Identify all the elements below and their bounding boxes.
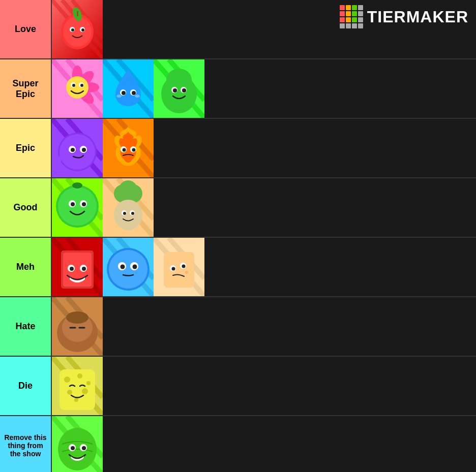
tier-label-die: Die xyxy=(0,357,51,415)
svg-point-22 xyxy=(72,84,75,87)
svg-point-31 xyxy=(116,95,122,98)
tier-item-se-1[interactable] xyxy=(52,59,103,118)
tier-row-meh: Meh xyxy=(0,238,476,297)
character-se-2 xyxy=(103,59,154,118)
tier-item-d-1[interactable] xyxy=(52,357,103,415)
tier-items-meh xyxy=(51,238,476,296)
svg-point-120 xyxy=(77,373,82,379)
svg-point-93 xyxy=(109,250,147,289)
svg-point-88 xyxy=(82,267,86,271)
svg-point-10 xyxy=(71,28,74,32)
logo-grid xyxy=(340,5,363,28)
tier-row-hate: Hate xyxy=(0,297,476,357)
svg-point-29 xyxy=(122,91,126,95)
svg-point-19 xyxy=(66,76,88,99)
svg-point-30 xyxy=(132,91,136,95)
svg-point-78 xyxy=(123,212,126,215)
tier-label-love: Love xyxy=(0,0,51,58)
tier-item-m-2[interactable] xyxy=(103,238,154,296)
character-e-1 xyxy=(52,119,103,177)
svg-point-11 xyxy=(81,28,84,32)
tier-item-g-1[interactable] xyxy=(52,178,103,237)
tier-items-hate xyxy=(51,297,476,356)
tier-item-e-1[interactable] xyxy=(52,119,103,177)
character-h-1 xyxy=(52,297,103,356)
svg-point-58 xyxy=(132,148,136,152)
svg-point-49 xyxy=(71,148,75,152)
svg-point-104 xyxy=(172,267,175,271)
tier-item-h-1[interactable] xyxy=(52,297,103,356)
tier-item-se-2[interactable] xyxy=(103,59,154,118)
svg-point-37 xyxy=(166,69,192,91)
tier-items-remove xyxy=(51,416,476,472)
character-m-2 xyxy=(103,238,154,296)
tier-label-super-epic: Super Epic xyxy=(0,59,51,118)
svg-point-75 xyxy=(114,200,142,230)
character-se-1 xyxy=(52,59,103,118)
svg-point-46 xyxy=(60,134,95,170)
character-g-1 xyxy=(52,178,103,237)
tier-row-die: Die xyxy=(0,357,476,416)
svg-point-74 xyxy=(119,180,137,199)
tiermaker-logo: TierMaker xyxy=(340,5,468,28)
svg-point-50 xyxy=(82,148,86,152)
svg-point-57 xyxy=(123,148,126,152)
svg-point-40 xyxy=(173,88,177,92)
tier-label-meh: Meh xyxy=(0,238,51,296)
svg-point-63 xyxy=(58,187,97,226)
logo-text: TierMaker xyxy=(367,8,468,26)
tier-label-hate: Hate xyxy=(0,297,51,356)
tier-item-g-2[interactable] xyxy=(103,178,154,237)
svg-point-119 xyxy=(64,376,70,383)
tier-label-remove: Remove this thing from the show xyxy=(0,416,51,472)
character-se-3 xyxy=(154,59,204,118)
tier-item-e-2[interactable] xyxy=(103,119,154,177)
svg-rect-118 xyxy=(60,369,95,410)
character-m-1 xyxy=(52,238,103,296)
tier-items-epic xyxy=(51,119,476,177)
svg-point-123 xyxy=(82,388,88,394)
svg-point-67 xyxy=(71,202,75,206)
tier-item-love-1[interactable] xyxy=(52,0,103,58)
tier-label-epic: Epic xyxy=(0,119,51,177)
tier-items-good xyxy=(51,178,476,237)
character-e-2 xyxy=(103,119,154,177)
tier-item-m-3[interactable] xyxy=(154,238,204,296)
svg-point-68 xyxy=(82,202,86,206)
svg-point-5 xyxy=(63,16,92,47)
tier-row-remove: Remove this thing from the show xyxy=(0,416,476,472)
svg-point-105 xyxy=(182,265,186,268)
svg-rect-7 xyxy=(77,11,78,16)
character-r-1 xyxy=(52,416,103,472)
character-g-2 xyxy=(103,178,154,237)
tier-row-super-epic: Super Epic xyxy=(0,59,476,119)
svg-point-23 xyxy=(80,84,83,87)
svg-point-96 xyxy=(121,265,125,269)
character-m-3 xyxy=(154,238,204,296)
svg-rect-101 xyxy=(164,252,194,288)
svg-point-121 xyxy=(86,381,91,385)
tier-items-die xyxy=(51,357,476,415)
svg-point-131 xyxy=(71,446,75,450)
svg-point-122 xyxy=(67,390,72,395)
svg-point-87 xyxy=(70,267,74,271)
character-love-1 xyxy=(52,0,103,58)
tier-list: TierMaker Love xyxy=(0,0,476,472)
svg-point-132 xyxy=(82,446,86,450)
svg-point-32 xyxy=(135,95,140,98)
tier-row-epic: Epic xyxy=(0,119,476,178)
tier-row-good: Good xyxy=(0,178,476,238)
tier-items-super-epic xyxy=(51,59,476,118)
tier-label-good: Good xyxy=(0,178,51,237)
svg-point-112 xyxy=(66,311,88,324)
tier-item-se-3[interactable] xyxy=(154,59,204,118)
svg-point-41 xyxy=(182,88,186,92)
svg-point-106 xyxy=(185,271,188,274)
svg-point-124 xyxy=(74,398,78,402)
svg-point-79 xyxy=(131,212,134,215)
tier-item-r-1[interactable] xyxy=(52,416,103,472)
svg-point-97 xyxy=(133,265,137,269)
character-d-1 xyxy=(52,357,103,415)
svg-point-64 xyxy=(72,182,82,188)
tier-item-m-1[interactable] xyxy=(52,238,103,296)
